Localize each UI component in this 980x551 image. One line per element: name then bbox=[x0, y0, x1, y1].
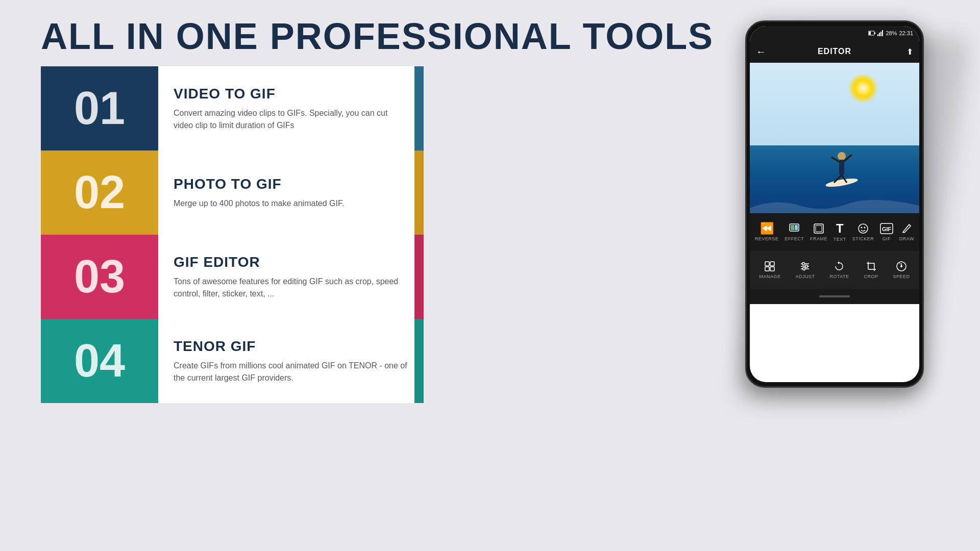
feature-4-desc: Create GIFs from millions cool animated … bbox=[174, 360, 408, 384]
draw-icon bbox=[901, 223, 912, 234]
feature-3-content: GIF EDITOR Tons of awesome features for … bbox=[158, 235, 424, 319]
frame-icon bbox=[813, 223, 824, 234]
crop-button[interactable]: CROP bbox=[864, 261, 878, 279]
text-button[interactable]: T TEXT bbox=[834, 222, 846, 242]
svg-rect-26 bbox=[765, 262, 769, 266]
back-button[interactable]: ← bbox=[756, 46, 766, 58]
feature-3-number-box: 03 bbox=[41, 235, 158, 319]
svg-rect-2 bbox=[869, 32, 871, 35]
feature-3-accent bbox=[414, 235, 424, 319]
feature-1-accent bbox=[414, 66, 424, 151]
feature-4-number: 04 bbox=[74, 335, 125, 387]
svg-rect-29 bbox=[770, 267, 774, 271]
svg-rect-27 bbox=[770, 262, 774, 266]
svg-point-44 bbox=[900, 265, 902, 267]
frame-button[interactable]: FRAME bbox=[810, 223, 827, 241]
adjust-button[interactable]: ADJUST bbox=[795, 261, 815, 279]
feature-item-3: 03 GIF EDITOR Tons of awesome features f… bbox=[41, 235, 424, 319]
page-title: ALL IN ONE PROFESSIONAL TOOLS bbox=[41, 15, 714, 57]
rotate-icon bbox=[834, 261, 845, 272]
feature-4-number-box: 04 bbox=[41, 319, 158, 403]
svg-point-9 bbox=[838, 152, 846, 160]
feature-4-title: TENOR GIF bbox=[174, 338, 408, 355]
feature-item-4: 04 TENOR GIF Create GIFs from millions c… bbox=[41, 319, 424, 403]
svg-rect-4 bbox=[879, 33, 880, 36]
feature-1-number-box: 01 bbox=[41, 66, 158, 151]
text-label: TEXT bbox=[834, 237, 846, 242]
phone-screen: 28% 22:31 ← EDITOR ⬆ bbox=[750, 26, 919, 382]
text-icon: T bbox=[836, 222, 844, 235]
svg-text:GIF: GIF bbox=[882, 226, 892, 232]
app-header: ← EDITOR ⬆ bbox=[750, 40, 919, 63]
upload-button[interactable]: ⬆ bbox=[906, 47, 913, 57]
rotate-button[interactable]: ROTATE bbox=[829, 261, 849, 279]
effect-icon bbox=[789, 223, 800, 234]
svg-point-35 bbox=[803, 268, 805, 270]
phone-mockup: 28% 22:31 ← EDITOR ⬆ bbox=[745, 20, 949, 418]
sticker-label: STICKER bbox=[852, 236, 874, 241]
sticker-button[interactable]: STICKER bbox=[852, 223, 874, 241]
sticker-icon bbox=[857, 223, 869, 234]
feature-2-accent bbox=[414, 151, 424, 235]
svg-point-21 bbox=[861, 227, 862, 229]
surfer-image bbox=[824, 132, 860, 188]
draw-label: DRAW bbox=[899, 236, 914, 241]
svg-rect-6 bbox=[882, 30, 883, 36]
feature-2-number-box: 02 bbox=[41, 151, 158, 235]
feature-4-content: TENOR GIF Create GIFs from millions cool… bbox=[158, 319, 424, 403]
bottom-toolbar-2: MANAGE ADJUST bbox=[750, 251, 919, 289]
speed-icon bbox=[896, 261, 907, 272]
svg-rect-3 bbox=[877, 34, 878, 36]
adjust-label: ADJUST bbox=[795, 274, 815, 279]
features-list: 01 VIDEO TO GIF Convert amazing video cl… bbox=[41, 66, 424, 403]
feature-4-accent bbox=[414, 319, 424, 403]
feature-1-content: VIDEO TO GIF Convert amazing video clips… bbox=[158, 66, 424, 151]
feature-3-desc: Tons of awesome features for editing GIF… bbox=[174, 276, 408, 300]
bottom-toolbar-1: ⏪ REVERSE EFFECT FRAME bbox=[750, 213, 919, 251]
svg-rect-1 bbox=[874, 32, 875, 34]
reverse-icon: ⏪ bbox=[760, 223, 774, 234]
frame-label: FRAME bbox=[810, 236, 827, 241]
editor-title: EDITOR bbox=[818, 47, 851, 56]
svg-point-34 bbox=[805, 265, 808, 268]
svg-rect-17 bbox=[795, 225, 798, 230]
speed-label: SPEED bbox=[893, 274, 910, 279]
feature-item-2: 02 PHOTO TO GIF Merge up to 400 photos t… bbox=[41, 151, 424, 235]
feature-2-desc: Merge up to 400 photos to make animated … bbox=[174, 197, 408, 210]
feature-2-title: PHOTO TO GIF bbox=[174, 176, 408, 192]
feature-2-number: 02 bbox=[74, 166, 125, 219]
svg-rect-14 bbox=[839, 160, 844, 175]
reverse-button[interactable]: ⏪ REVERSE bbox=[755, 223, 779, 241]
rotate-label: ROTATE bbox=[829, 274, 849, 279]
signal-icon bbox=[877, 30, 884, 36]
feature-1-title: VIDEO TO GIF bbox=[174, 86, 408, 102]
manage-button[interactable]: MANAGE bbox=[759, 261, 780, 279]
feature-1-number: 01 bbox=[74, 82, 125, 135]
feature-3-number: 03 bbox=[74, 251, 125, 303]
gif-label: GIF bbox=[883, 236, 891, 241]
effect-label: EFFECT bbox=[785, 236, 804, 241]
svg-rect-16 bbox=[791, 225, 794, 230]
time-text: 22:31 bbox=[899, 30, 913, 36]
battery-text: 28% bbox=[886, 30, 897, 36]
adjust-icon bbox=[799, 261, 811, 272]
feature-3-title: GIF EDITOR bbox=[174, 254, 408, 270]
phone-body: 28% 22:31 ← EDITOR ⬆ bbox=[745, 20, 924, 388]
feature-1-desc: Convert amazing video clips to GIFs. Spe… bbox=[174, 107, 408, 132]
speed-button[interactable]: SPEED bbox=[893, 261, 910, 279]
reverse-label: REVERSE bbox=[755, 236, 779, 241]
effect-button[interactable]: EFFECT bbox=[785, 223, 804, 241]
wave-overlay bbox=[750, 193, 919, 213]
svg-point-20 bbox=[859, 224, 868, 233]
manage-icon bbox=[764, 261, 775, 272]
svg-marker-36 bbox=[838, 261, 839, 264]
manage-label: MANAGE bbox=[759, 274, 780, 279]
gif-button[interactable]: GIF GIF bbox=[880, 223, 893, 241]
svg-point-7 bbox=[825, 177, 858, 188]
crop-icon bbox=[866, 261, 877, 272]
draw-button[interactable]: DRAW bbox=[899, 223, 914, 241]
home-indicator bbox=[819, 295, 850, 297]
feature-2-content: PHOTO TO GIF Merge up to 400 photos to m… bbox=[158, 151, 424, 235]
svg-point-22 bbox=[864, 227, 865, 229]
image-preview bbox=[750, 63, 919, 213]
